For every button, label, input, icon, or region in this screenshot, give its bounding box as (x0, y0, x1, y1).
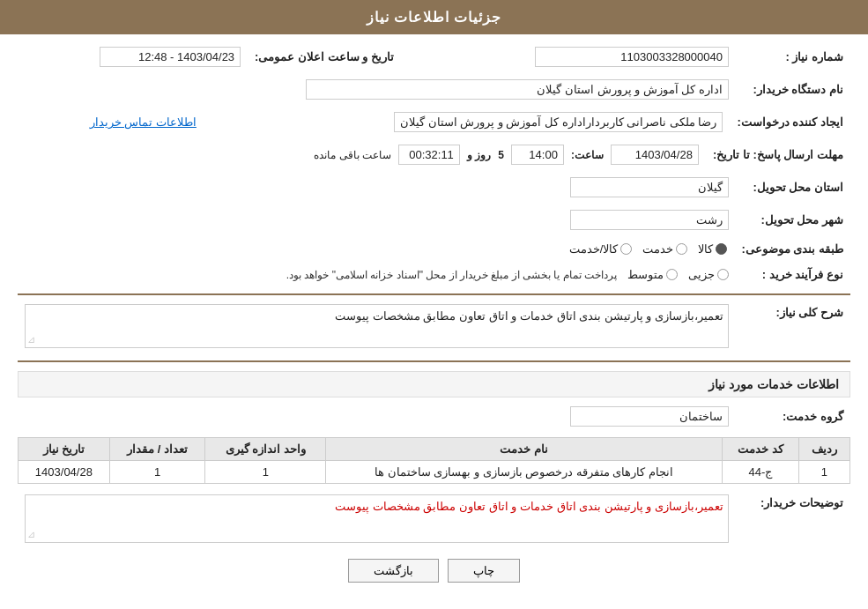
description-value: تعمیر،بازسازی و پارتیشن بندی اتاق خدمات … (335, 309, 723, 323)
back-button[interactable]: بازگشت (348, 559, 439, 583)
purchase-type-jozi[interactable]: جزیی (688, 268, 729, 281)
divider-2 (18, 360, 850, 362)
page-title: جزئیات اطلاعات نیاز (367, 10, 502, 25)
cell-code: ج-44 (723, 461, 799, 484)
remaining-days-label: روز و (467, 149, 491, 161)
cell-name: انجام کارهای متفرقه درخصوص بازسازی و بهس… (326, 461, 723, 484)
buyer-description-box: تعمیر،بازسازی و پارتیشن بندی اتاق خدمات … (25, 494, 729, 543)
category-khadamat-label: خدمت (642, 242, 673, 256)
page-header: جزئیات اطلاعات نیاز (0, 0, 868, 34)
col-row: ردیف (798, 438, 849, 461)
city-value: رشت (570, 210, 729, 230)
buyer-org-value: اداره کل آموزش و پرورش استان گیلان (306, 79, 729, 100)
category-khadamat-option[interactable]: خدمت (642, 242, 687, 256)
requester-label: ایجاد کننده درخواست: (730, 108, 850, 136)
purchase-jozi-radio[interactable] (717, 269, 729, 280)
footer-buttons: چاپ بازگشت (18, 559, 850, 583)
services-section-title: اطلاعات خدمات مورد نیاز (18, 371, 850, 397)
col-date: تاریخ نیاز (19, 438, 110, 461)
category-kala-radio[interactable] (716, 243, 727, 255)
category-kala-label: کالا (698, 242, 713, 256)
order-number-value: 1103003328000040 (535, 47, 729, 67)
print-button[interactable]: چاپ (448, 559, 520, 583)
province-value: گیلان (570, 177, 729, 197)
cell-qty: 1 (109, 461, 205, 484)
buyer-description-value: تعمیر،بازسازی و پارتیشن بندی اتاق خدمات … (335, 500, 723, 513)
col-name: نام خدمت (326, 438, 723, 461)
city-label: شهر محل تحویل: (736, 206, 850, 234)
resize-handle-2: ⊿ (27, 529, 35, 540)
requester-value: رضا ملکی ناصرانی کاربرداراداره کل آموزش … (394, 112, 723, 132)
category-both-label: کالا/خدمت (569, 242, 619, 256)
category-kala-option[interactable]: کالا (698, 242, 727, 256)
deadline-date: 1403/04/28 (611, 145, 699, 165)
deadline-time-label: ساعت: (571, 149, 604, 161)
services-table: ردیف کد خدمت نام خدمت واحد اندازه گیری ت… (18, 437, 850, 484)
cell-date: 1403/04/28 (19, 461, 110, 484)
divider-1 (18, 293, 850, 295)
service-group-label: گروه خدمت: (736, 403, 850, 430)
cell-unit: 1 (205, 461, 326, 484)
purchase-type-motavasset[interactable]: متوسط (627, 268, 678, 281)
remaining-time: 00:32:11 (398, 145, 460, 165)
resize-handle: ⊿ (27, 334, 35, 345)
purchase-jozi-label: جزیی (688, 268, 715, 281)
contact-link[interactable]: اطلاعات تماس خریدار (90, 115, 197, 129)
deadline-label: مهلت ارسال پاسخ: تا تاریخ: (706, 141, 850, 168)
purchase-motavasset-label: متوسط (627, 268, 664, 281)
category-khadamat-radio[interactable] (676, 243, 687, 255)
col-unit: واحد اندازه گیری (205, 438, 326, 461)
category-label: طبقه بندی موضوعی: (734, 239, 850, 259)
deadline-time: 14:00 (511, 145, 564, 165)
table-row: 1 ج-44 انجام کارهای متفرقه درخصوص بازساز… (19, 461, 850, 484)
col-qty: تعداد / مقدار (109, 438, 205, 461)
purchase-type-note: پرداخت تمام یا بخشی از مبلغ خریدار از مح… (286, 269, 617, 281)
remaining-days: 5 (498, 149, 504, 161)
province-label: استان محل تحویل: (736, 174, 850, 201)
cell-row: 1 (798, 461, 849, 484)
announce-date-value: 1403/04/23 - 12:48 (100, 47, 241, 67)
service-group-value: ساختمان (570, 406, 729, 427)
purchase-motavasset-radio[interactable] (666, 269, 678, 280)
category-both-radio[interactable] (620, 243, 632, 255)
buyer-org-label: نام دستگاه خریدار: (736, 76, 850, 103)
buyer-description-label: توضیحات خریدار: (736, 491, 850, 546)
announce-date-label: تاریخ و ساعت اعلان عمومی: (248, 43, 401, 71)
order-number-label: شماره نیاز : (736, 43, 850, 71)
purchase-type-label: نوع فرآیند خرید : (736, 264, 850, 285)
category-both-option[interactable]: کالا/خدمت (569, 242, 633, 256)
remaining-suffix: ساعت باقی مانده (314, 149, 391, 161)
description-label: شرح کلی نیاز: (736, 301, 850, 352)
col-code: کد خدمت (723, 438, 799, 461)
description-box: تعمیر،بازسازی و پارتیشن بندی اتاق خدمات … (25, 304, 729, 348)
